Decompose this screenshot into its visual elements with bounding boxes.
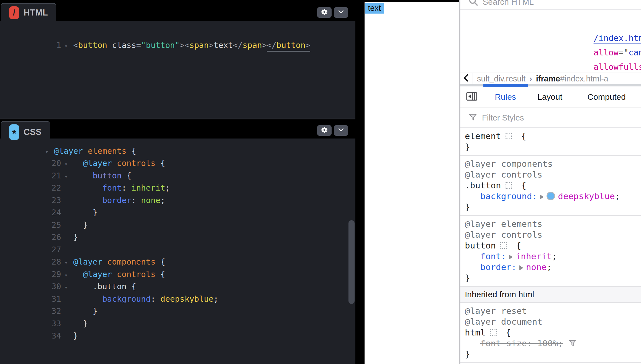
gear-icon (321, 126, 328, 135)
rule-line[interactable]: } (460, 349, 641, 360)
code-token: } (73, 220, 88, 230)
code-token: background: (480, 191, 537, 201)
swatch-icon[interactable] (547, 192, 555, 200)
code-token: } (73, 208, 98, 217)
rule-line[interactable]: } (460, 202, 641, 212)
dotted-icon[interactable] (506, 182, 512, 189)
code-token (465, 251, 480, 261)
editor-preview-gap[interactable] (355, 0, 365, 364)
preview-text-button[interactable]: text (365, 3, 384, 14)
filter-styles-input[interactable] (481, 113, 641, 123)
code-line-clipped[interactable]: ▾@layer elements { (0, 139, 355, 145)
css-code-editor[interactable]: ▾@layer elements { 20▾ @layer controls {… (0, 139, 355, 364)
search-input[interactable]: Search HTML (483, 0, 534, 7)
css-collapse-button[interactable] (334, 125, 348, 136)
dotted-icon[interactable] (506, 133, 512, 139)
fold-arrow-icon[interactable]: ▾ (63, 257, 70, 269)
fold-arrow-icon[interactable]: ▾ (63, 40, 70, 52)
markup-line[interactable]: /index.html?editors (460, 17, 641, 31)
breadcrumb-item-result-div[interactable]: sult_div.result (477, 74, 525, 83)
rule-line[interactable]: background:deepskyblue; (460, 191, 641, 202)
code-token: @layer (83, 270, 112, 279)
rule-line[interactable]: html { (460, 327, 641, 338)
code-token: @layer (83, 158, 112, 168)
rule-line[interactable]: button { (460, 240, 641, 251)
code-token (73, 270, 83, 279)
gear-icon (321, 8, 328, 17)
rule-line[interactable]: @layer controls (460, 169, 641, 180)
rule-line[interactable]: element { (460, 131, 641, 142)
code-token: none (141, 196, 160, 205)
rule-line[interactable]: @layer reset (460, 306, 641, 316)
search-html-bar[interactable]: Search HTML (460, 0, 641, 10)
rule-line[interactable]: } (460, 273, 641, 283)
chevron-down-icon (337, 8, 345, 17)
css-panel-header (0, 119, 355, 139)
code-token: font-size: 100%; (480, 338, 563, 348)
fold-arrow-icon[interactable]: ▾ (43, 146, 50, 158)
markup-view[interactable]: /index.html?editors allow="camera; disp … (460, 10, 641, 73)
rule-element: element {} (460, 128, 641, 156)
tab-rules[interactable]: Rules (483, 92, 528, 102)
code-line[interactable]: 1▾<button class="button"><span>text</spa… (0, 27, 355, 39)
breadcrumb-item-iframe[interactable]: iframe (536, 74, 560, 83)
fold-arrow-icon[interactable]: ▾ (63, 269, 70, 281)
code-token (73, 282, 93, 291)
html-settings-button[interactable] (317, 7, 332, 18)
panel-splitter[interactable] (460, 84, 641, 86)
code-token (73, 158, 83, 168)
code-token: { (155, 270, 165, 279)
line-number: 20 (51, 157, 61, 170)
tab-css-editor[interactable]: * CSS (1, 121, 50, 143)
exp-icon[interactable] (509, 255, 513, 260)
breadcrumb-item-iframe-id[interactable]: #index.html-a (560, 74, 608, 83)
rule-line[interactable]: @layer components (460, 158, 641, 169)
html-collapse-button[interactable] (334, 7, 348, 18)
code-token: .button (465, 180, 501, 190)
rule-line[interactable]: border:none; (460, 262, 641, 273)
tab-computed[interactable]: Computed (572, 92, 641, 102)
code-token: > (306, 40, 310, 52)
rule-button-element: @layer elements@layer controlsbutton { f… (460, 216, 641, 287)
code-token: font (102, 183, 122, 193)
dotted-icon[interactable] (490, 329, 497, 336)
fold-arrow-icon[interactable]: ▾ (63, 281, 70, 294)
fold-arrow-icon[interactable]: ▾ (63, 170, 70, 183)
code-token: none (526, 262, 547, 272)
exp-icon[interactable] (519, 265, 523, 270)
rule-line[interactable]: .button { (460, 180, 641, 191)
code-token: border (102, 196, 131, 205)
tab-layout[interactable]: Layout (528, 92, 572, 102)
code-token: { (516, 180, 526, 190)
rule-line[interactable]: font-size: 100%; (460, 338, 641, 349)
code-token: inherit (516, 251, 552, 261)
html-code-editor[interactable]: 1▾<button class="button"><span>text</spa… (0, 21, 355, 123)
rule-line[interactable]: font:inherit; (460, 251, 641, 262)
exp-icon[interactable] (540, 194, 544, 199)
sidebar-toggle-button[interactable] (460, 91, 483, 102)
code-token: : (151, 294, 160, 304)
code-token: controls (117, 158, 156, 168)
rule-line[interactable]: } (460, 142, 641, 152)
line-number: 24 (51, 206, 61, 219)
code-token: </ (233, 40, 243, 50)
inherited-header-label: Inherited from html (465, 290, 534, 299)
line-number: 32 (51, 305, 61, 317)
rule-line[interactable]: @layer controls (460, 229, 641, 240)
funnel-icon[interactable] (568, 339, 577, 348)
line-number: 23 (51, 194, 61, 207)
css-editor-scrollbar[interactable] (348, 220, 355, 304)
css-settings-button[interactable] (317, 125, 332, 136)
dotted-icon[interactable] (500, 242, 507, 249)
rule-line[interactable]: @layer document (460, 316, 641, 327)
tab-html-editor[interactable]: / HTML (1, 3, 56, 22)
breadcrumb-back-button[interactable] (460, 73, 473, 84)
line-number: 33 (51, 317, 61, 330)
code-token: allow (594, 48, 619, 57)
html-panel-icon: / (9, 6, 19, 19)
rule-line[interactable]: @layer elements (460, 219, 641, 229)
code-token: { (127, 282, 136, 291)
fold-arrow-icon[interactable]: ▾ (63, 158, 70, 170)
filter-funnel-icon (468, 112, 478, 123)
code-token: @layer document (465, 317, 542, 327)
